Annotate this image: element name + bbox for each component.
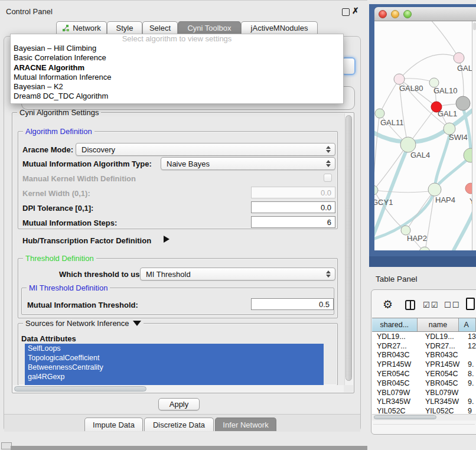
dropdown-option-highlighted[interactable]: ARACNE Algorithm xyxy=(11,63,343,73)
node-label: GAL80 xyxy=(399,84,423,93)
which-threshold-combobox[interactable]: MI Threshold xyxy=(140,268,335,281)
list-item[interactable]: SelfLoops xyxy=(25,344,324,353)
tab-cyni-toolbox[interactable]: Cyni Toolbox xyxy=(178,21,241,34)
close-icon[interactable]: ✗ xyxy=(352,6,359,15)
node[interactable] xyxy=(465,183,472,194)
stepper-arrows-icon xyxy=(326,160,331,167)
column-header-name[interactable]: name xyxy=(418,318,459,331)
manual-kernel-width-label: Manual Kernel Width Definition xyxy=(22,174,136,183)
node[interactable] xyxy=(394,74,405,84)
sources-group-title[interactable]: Sources for Network Inference xyxy=(23,319,144,328)
node-label: GCY1 xyxy=(374,198,393,207)
cell-shared-name: YER054C xyxy=(372,370,420,378)
network-view-canvas[interactable]: GAL GAL80 GAL10 GAL1 GAL11 SWI4 GAL4 HAP… xyxy=(374,21,472,250)
tab-infer-network[interactable]: Infer Network xyxy=(215,418,276,431)
tab-style[interactable]: Style xyxy=(107,21,142,34)
table-row[interactable]: YER054C YER054C 8. xyxy=(372,369,476,379)
node[interactable] xyxy=(419,247,430,250)
unchecked-checkboxes-icon[interactable]: ☐☐ xyxy=(444,301,460,309)
gear-icon[interactable]: ⚙ xyxy=(383,298,393,311)
list-item[interactable]: BetweennessCentrality xyxy=(25,363,324,372)
application-window: Control Panel ✗ Network Style Select Cyn… xyxy=(0,0,476,450)
dropdown-option[interactable]: Bayesian – Hill Climbing xyxy=(11,44,343,53)
checked-checkboxes-icon[interactable]: ☑☑ xyxy=(423,301,439,309)
cell-shared-name: YBR045C xyxy=(372,379,420,387)
settings-horizontal-scrollbar-thumb[interactable] xyxy=(14,386,146,392)
tab-network[interactable]: Network xyxy=(56,21,107,34)
zoom-traffic-light-icon[interactable] xyxy=(403,10,412,18)
desktop-background xyxy=(369,256,476,267)
list-item[interactable]: gal4RGexp xyxy=(25,372,324,381)
table-rows: YDL19... YDL19... 13 YDR27... YDR27... 1… xyxy=(372,332,476,414)
column-header-label: name xyxy=(429,321,447,329)
table-row[interactable]: YBR045C YBR045C 9. xyxy=(372,379,476,388)
network-graph: GAL GAL80 GAL10 GAL1 GAL11 SWI4 GAL4 HAP… xyxy=(374,21,472,250)
node-label: GAL1 xyxy=(438,109,457,118)
network-window-titlebar[interactable] xyxy=(374,7,476,21)
aracne-mode-combobox[interactable]: Discovery xyxy=(76,143,335,156)
node[interactable] xyxy=(428,183,441,196)
mi-algorithm-type-combobox[interactable]: Naive Bayes xyxy=(161,157,335,170)
dropdown-option[interactable]: Basic Correlation Inference xyxy=(11,53,343,63)
node-label: HAP4 xyxy=(435,195,455,204)
dropdown-option[interactable]: Mutual Information Inference xyxy=(11,73,343,82)
cell-shared-name: YDL19... xyxy=(372,332,420,341)
table-row[interactable]: YPR145W YPR145W 9. xyxy=(372,360,476,369)
which-threshold-label: Which threshold to use: xyxy=(59,270,146,279)
kernel-width-label: Kernel Width (0,1): xyxy=(22,189,90,198)
dropdown-option[interactable]: Bayesian – K2 xyxy=(11,82,343,92)
node-label: GAL10 xyxy=(433,86,457,95)
list-item[interactable]: TopologicalCoefficient xyxy=(25,353,324,363)
data-attributes-list: SelfLoops TopologicalCoefficient Between… xyxy=(25,344,324,386)
column-header-shared-name[interactable]: shared... xyxy=(372,318,418,331)
document-icon[interactable] xyxy=(466,298,475,310)
table-row[interactable]: YDR27... YDR27... 12 xyxy=(372,341,476,351)
network-right-scrollbar[interactable] xyxy=(472,21,476,250)
mi-threshold-field[interactable]: 0.5 xyxy=(251,298,334,310)
tab-label: Style xyxy=(116,24,133,32)
sources-title-text: Sources for Network Inference xyxy=(25,319,129,328)
disclosure-right-icon[interactable] xyxy=(164,236,169,243)
minimize-traffic-light-icon[interactable] xyxy=(391,10,399,18)
dpi-tolerance-field[interactable]: 0.0 xyxy=(251,201,335,213)
dropdown-option[interactable]: Dream8 DC_TDC Algorithm xyxy=(11,92,343,101)
control-panel-title: Control Panel xyxy=(6,7,53,16)
dpi-tolerance-value: 0.0 xyxy=(321,203,331,212)
node[interactable] xyxy=(374,185,378,195)
tab-discretize-data[interactable]: Discretize Data xyxy=(144,418,214,431)
tab-label: Network xyxy=(73,24,101,32)
apply-button[interactable]: Apply xyxy=(158,398,200,410)
tab-jactivemnodules[interactable]: jActiveMNodules xyxy=(241,21,318,34)
tab-select[interactable]: Select xyxy=(142,21,178,34)
column-view-divider xyxy=(410,301,411,309)
table-row[interactable]: YBR043C YBR043C xyxy=(372,351,476,360)
column-header-label: shared... xyxy=(380,321,409,329)
node[interactable] xyxy=(454,53,464,63)
table-row[interactable]: YDL19... YDL19... 13 xyxy=(372,332,476,341)
float-icon[interactable] xyxy=(342,8,350,16)
disclosure-down-icon[interactable] xyxy=(133,321,141,326)
network-scrollbar-thumb[interactable] xyxy=(473,22,476,30)
cell-name: YBL079W xyxy=(420,389,465,397)
settings-vertical-scrollbar-thumb[interactable] xyxy=(345,115,352,381)
kernel-width-field[interactable]: 0.0 xyxy=(251,187,335,198)
tab-label: Infer Network xyxy=(223,420,268,429)
tab-impute-data[interactable]: Impute Data xyxy=(84,418,143,431)
table-row[interactable]: YIL052C YIL052C 9 xyxy=(372,406,476,414)
cell-name: YBR045C xyxy=(420,379,465,387)
table-horizontal-scrollbar-thumb[interactable] xyxy=(374,415,436,419)
close-traffic-light-icon[interactable] xyxy=(379,10,387,18)
mi-threshold-value: 0.5 xyxy=(319,300,330,309)
node-label: SWI4 xyxy=(449,133,468,142)
cell-name: YLR345W xyxy=(420,397,465,406)
hub-definition-label[interactable]: Hub/Transcription Factor Definition xyxy=(22,236,151,245)
tab-label: Discretize Data xyxy=(153,420,205,429)
manual-kernel-width-checkbox[interactable] xyxy=(324,174,332,182)
column-header-clipped[interactable]: A xyxy=(459,318,476,331)
column-view-icon[interactable] xyxy=(405,300,415,310)
table-row[interactable]: YBL079W YBL079W xyxy=(372,388,476,397)
node[interactable] xyxy=(456,96,470,110)
node[interactable] xyxy=(375,109,384,118)
table-row[interactable]: YLR345W YLR345W 9. xyxy=(372,397,476,407)
mi-steps-field[interactable]: 6 xyxy=(251,216,335,228)
